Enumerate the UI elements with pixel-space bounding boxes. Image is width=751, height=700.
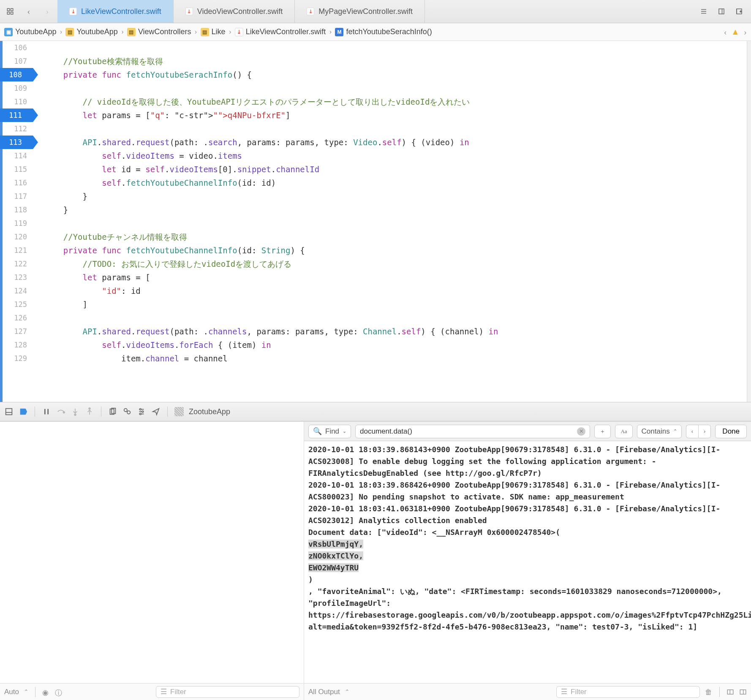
folder-icon: ▤ (127, 28, 136, 36)
right-pane-toggle-icon[interactable] (739, 688, 747, 696)
tab-like-controller[interactable]: ⤓ LikeViewController.swift (57, 0, 174, 23)
find-next-button[interactable]: › (698, 425, 711, 438)
breakpoint-toggle-icon[interactable] (19, 407, 28, 416)
chevron-right-icon: › (121, 27, 124, 36)
folder-icon: ▤ (201, 28, 209, 36)
filter-icon: ☰ (561, 687, 567, 696)
debug-toolbar: ZootubeApp (0, 402, 751, 421)
breadcrumb-file[interactable]: ⤓ LikeViewController.swift (235, 27, 326, 36)
folder-icon: ▤ (65, 28, 74, 36)
trash-icon[interactable]: 🗑 (705, 688, 713, 696)
swift-file-icon: ⤓ (185, 8, 193, 15)
chevron-updown-icon: ⌃ (673, 429, 677, 434)
console-output[interactable]: 2020-10-01 18:03:39.868143+0900 ZootubeA… (304, 441, 751, 683)
case-sensitive-toggle[interactable]: Aa (615, 425, 632, 438)
breadcrumb-method[interactable]: M fetchYoutubeSerachInfo() (335, 27, 432, 36)
editor-area: 1061071081091101111121131141151161171181… (0, 41, 751, 402)
quicklook-icon[interactable]: ◉ (42, 688, 50, 696)
svg-point-30 (142, 411, 144, 412)
svg-rect-1 (11, 8, 13, 11)
swift-file-icon: ⤓ (69, 8, 77, 15)
svg-line-25 (127, 411, 128, 412)
chevron-updown-icon[interactable]: ⌃ (24, 689, 28, 695)
project-icon: ▣ (4, 28, 13, 36)
debug-app-name[interactable]: ZootubeApp (189, 407, 230, 416)
left-pane-toggle-icon[interactable] (727, 688, 734, 696)
tab-label: LikeViewController.swift (81, 7, 161, 16)
simulate-location-icon[interactable] (151, 407, 161, 416)
jump-prev-icon[interactable]: ‹ (724, 27, 727, 38)
debug-view-hierarchy-icon[interactable] (108, 407, 117, 416)
hide-debug-area-icon[interactable] (4, 407, 14, 416)
chevron-down-icon: ⌄ (343, 429, 346, 434)
jump-bar: ▣ YoutubeApp › ▤ YoutubeApp › ▤ ViewCont… (0, 23, 751, 41)
related-items-icon[interactable] (5, 6, 15, 16)
chevron-right-icon: › (329, 27, 332, 36)
swift-file-icon: ⤓ (235, 28, 243, 36)
search-icon: 🔍 (313, 427, 322, 436)
svg-rect-0 (7, 8, 9, 11)
find-query-input[interactable]: document.data() ✕ (355, 425, 590, 438)
chevron-updown-icon[interactable]: ⌃ (345, 689, 349, 695)
variables-view[interactable] (0, 422, 304, 683)
console-footer: All Output ⌃ ☰ Filter 🗑 (304, 683, 751, 700)
add-editor-icon[interactable]: + (734, 6, 744, 16)
debug-memory-icon[interactable] (122, 407, 132, 416)
variables-pane: Auto ⌃ ◉ ⓘ ☰ Filter (0, 422, 304, 700)
console-find-bar: 🔍 Find ⌄ document.data() ✕ ＋ Aa Contains… (304, 422, 751, 441)
svg-point-16 (63, 412, 65, 413)
variables-filter-input[interactable]: ☰ Filter (156, 686, 299, 698)
step-out-icon[interactable] (85, 407, 94, 416)
svg-rect-2 (7, 12, 9, 14)
breadcrumb-folder[interactable]: ▤ YoutubeApp (65, 27, 117, 36)
find-mode-selector[interactable]: 🔍 Find ⌄ (308, 425, 351, 438)
pause-icon[interactable] (42, 407, 51, 416)
svg-text:+: + (740, 10, 742, 14)
info-icon[interactable]: ⓘ (55, 688, 63, 696)
step-over-icon[interactable] (56, 407, 65, 416)
console-output-selector[interactable]: All Output (308, 688, 340, 696)
tab-label: VideoViewController.swift (197, 7, 283, 16)
minimap-strip[interactable] (747, 41, 751, 402)
editor-options-icon[interactable] (699, 6, 709, 16)
svg-rect-7 (719, 9, 724, 14)
find-done-button[interactable]: Done (715, 425, 747, 438)
tab-mypage-controller[interactable]: ⤓ MyPageViewController.swift (295, 0, 425, 23)
find-prev-button[interactable]: ‹ (686, 425, 698, 438)
svg-point-31 (139, 413, 141, 415)
step-into-icon[interactable] (71, 407, 80, 416)
add-find-button[interactable]: ＋ (594, 425, 611, 438)
variables-scope-selector[interactable]: Auto (4, 688, 19, 696)
breadcrumb-folder[interactable]: ▤ Like (201, 27, 226, 36)
console-pane: 🔍 Find ⌄ document.data() ✕ ＋ Aa Contains… (304, 422, 751, 700)
tabs-container: ⤓ LikeViewController.swift ⤓ VideoViewCo… (57, 0, 692, 23)
breadcrumb-folder[interactable]: ▤ ViewControllers (127, 27, 191, 36)
svg-point-23 (124, 409, 127, 412)
console-filter-input[interactable]: ☰ Filter (556, 686, 700, 698)
svg-point-20 (89, 408, 90, 410)
method-icon: M (335, 28, 343, 36)
tab-bar: ‹ › ⤓ LikeViewController.swift ⤓ VideoVi… (0, 0, 751, 23)
code-editor[interactable]: //Youtube検索情報を取得 private func fetchYoutu… (33, 41, 747, 402)
clear-icon[interactable]: ✕ (577, 427, 585, 436)
env-overrides-icon[interactable] (137, 407, 146, 416)
swift-file-icon: ⤓ (307, 8, 314, 15)
variables-footer: Auto ⌃ ◉ ⓘ ☰ Filter (0, 683, 304, 700)
tab-label: MyPageViewController.swift (318, 7, 413, 16)
nav-forward-button[interactable]: › (42, 6, 52, 16)
svg-rect-3 (11, 12, 13, 14)
warning-icon[interactable]: ▲ (731, 27, 740, 37)
jump-next-icon[interactable]: › (744, 27, 747, 38)
chevron-right-icon: › (60, 27, 62, 36)
svg-rect-12 (6, 409, 12, 415)
adjust-editor-icon[interactable] (716, 6, 727, 16)
svg-point-18 (74, 414, 76, 416)
nav-back-button[interactable]: ‹ (24, 6, 34, 16)
tab-video-controller[interactable]: ⤓ VideoViewController.swift (174, 0, 295, 23)
app-process-icon (174, 407, 184, 416)
match-mode-selector[interactable]: Contains ⌃ (637, 425, 682, 438)
line-gutter[interactable]: 1061071081091101111121131141151161171181… (0, 41, 33, 402)
chevron-right-icon: › (195, 27, 197, 36)
filter-icon: ☰ (161, 687, 167, 696)
breadcrumb-project[interactable]: ▣ YoutubeApp (4, 27, 56, 36)
